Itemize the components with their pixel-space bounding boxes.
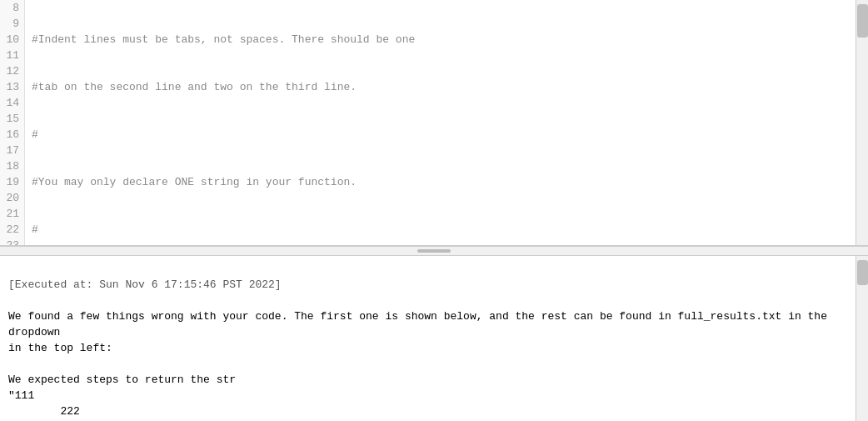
output-message4: We expected steps to return the str bbox=[8, 373, 236, 386]
output-indent1: 222 bbox=[60, 405, 79, 418]
panel-divider[interactable] bbox=[0, 246, 868, 256]
code-scrollbar[interactable] bbox=[856, 0, 868, 245]
scrollbar-thumb[interactable] bbox=[857, 4, 868, 38]
output-quote-start: "111 bbox=[8, 389, 34, 402]
code-text: #Indent lines must be tabs, not spaces. … bbox=[25, 0, 856, 245]
output-scrollbar-thumb[interactable] bbox=[857, 260, 868, 285]
line-numbers: 8 9 10 11 12 13 14 15 16 17 18 19 20 21 … bbox=[0, 0, 25, 245]
divider-handle bbox=[417, 249, 451, 253]
output-message1: We found a few things wrong with your co… bbox=[8, 310, 834, 338]
output-panel: [Executed at: Sun Nov 6 17:15:46 PST 202… bbox=[0, 256, 868, 421]
timestamp: [Executed at: Sun Nov 6 17:15:46 PST 202… bbox=[8, 278, 282, 291]
code-editor: 8 9 10 11 12 13 14 15 16 17 18 19 20 21 … bbox=[0, 0, 868, 246]
output-scrollbar[interactable] bbox=[856, 256, 868, 421]
output-message2: in the top left: bbox=[8, 342, 112, 354]
output-text: [Executed at: Sun Nov 6 17:15:46 PST 202… bbox=[0, 256, 856, 421]
